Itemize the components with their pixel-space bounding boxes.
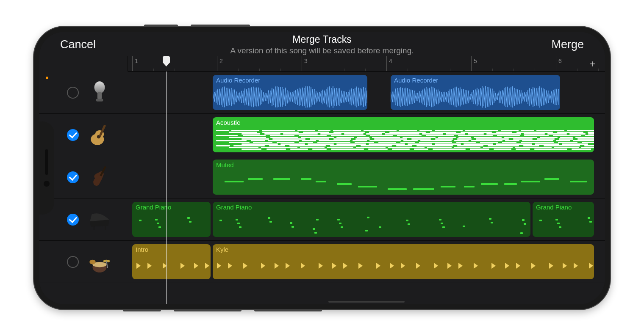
electric-guitar-icon bbox=[86, 164, 113, 190]
microphone-icon bbox=[86, 80, 113, 106]
track-lane-grand-piano[interactable]: Grand PianoGrand PianoGrand Piano bbox=[128, 198, 605, 241]
region-label: Acoustic bbox=[216, 119, 591, 126]
region[interactable]: Kyle bbox=[213, 244, 594, 279]
piano-icon bbox=[86, 207, 113, 233]
notch bbox=[39, 121, 54, 215]
region[interactable]: Grand Piano bbox=[132, 202, 211, 237]
svg-point-12 bbox=[89, 259, 95, 264]
region-label: Intro bbox=[136, 246, 207, 253]
header-title: Merge Tracks bbox=[145, 34, 499, 45]
region-label: Audio Recorder bbox=[394, 77, 557, 84]
phone-frame: Cancel Merge Tracks A version of this so… bbox=[34, 27, 610, 309]
track-select-checkbox[interactable] bbox=[67, 256, 79, 268]
header-subtitle: A version of this song will be saved bef… bbox=[145, 46, 499, 55]
cancel-button[interactable]: Cancel bbox=[60, 38, 96, 51]
record-indicator-icon bbox=[46, 77, 48, 79]
timeline-ruler[interactable]: 123456 + bbox=[128, 56, 605, 72]
region-label: Grand Piano bbox=[136, 204, 207, 211]
timeline-area[interactable]: Audio RecorderAudio RecorderAcousticMute… bbox=[128, 72, 605, 304]
track-header-drums[interactable] bbox=[39, 241, 128, 283]
svg-point-0 bbox=[94, 81, 105, 94]
track-select-checkbox[interactable] bbox=[67, 129, 79, 141]
screen: Cancel Merge Tracks A version of this so… bbox=[39, 32, 605, 304]
region[interactable]: Audio Recorder bbox=[391, 75, 560, 110]
region-label: Grand Piano bbox=[216, 204, 527, 211]
svg-rect-1 bbox=[97, 91, 102, 99]
scroll-indicator bbox=[328, 301, 405, 303]
region[interactable]: Acoustic bbox=[213, 117, 594, 152]
drum-kit-icon bbox=[86, 249, 113, 275]
track-lane-acoustic-guitar[interactable]: Acoustic bbox=[128, 114, 605, 156]
region-label: Audio Recorder bbox=[216, 77, 364, 84]
region[interactable]: Grand Piano bbox=[533, 202, 594, 237]
region[interactable]: Muted bbox=[213, 160, 594, 195]
track-lane-electric-guitar[interactable]: Muted bbox=[128, 156, 605, 198]
svg-rect-8 bbox=[94, 226, 95, 230]
track-select-checkbox[interactable] bbox=[67, 214, 79, 226]
acoustic-guitar-icon bbox=[86, 122, 113, 148]
region[interactable]: Grand Piano bbox=[213, 202, 530, 237]
track-select-checkbox[interactable] bbox=[67, 171, 79, 183]
add-track-button[interactable]: + bbox=[590, 58, 596, 70]
track-header-audio-recorder[interactable] bbox=[39, 72, 128, 114]
region-label: Muted bbox=[216, 161, 591, 168]
region-label: Grand Piano bbox=[536, 204, 591, 211]
svg-rect-2 bbox=[96, 99, 103, 101]
track-lane-drums[interactable]: IntroKyle bbox=[128, 241, 605, 283]
region[interactable]: Audio Recorder bbox=[213, 75, 367, 110]
svg-rect-9 bbox=[105, 225, 106, 230]
merge-button[interactable]: Merge bbox=[551, 38, 584, 51]
region-label: Kyle bbox=[216, 246, 591, 253]
track-lane-audio-recorder[interactable]: Audio RecorderAudio Recorder bbox=[128, 72, 605, 114]
ruler-spacer bbox=[39, 56, 128, 72]
track-select-checkbox[interactable] bbox=[67, 87, 79, 99]
region[interactable]: Intro bbox=[132, 244, 211, 279]
header-bar: Cancel Merge Tracks A version of this so… bbox=[39, 32, 605, 56]
